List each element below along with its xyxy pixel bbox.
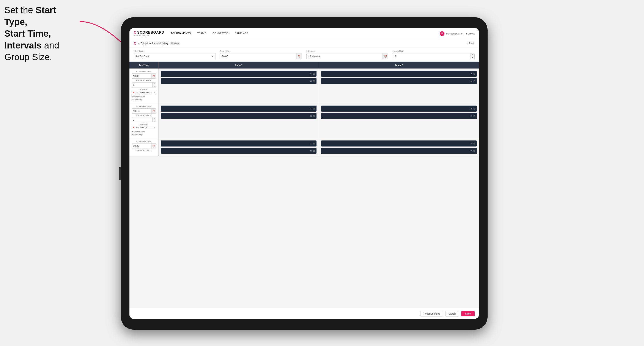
course-flag-2: 🚩 (133, 127, 135, 129)
cancel-button[interactable]: Cancel (445, 311, 459, 317)
hole-input-1[interactable]: 1 ▲ ▼ (132, 82, 156, 87)
col-tee-time: Tee Time (130, 62, 158, 68)
player-slot-4-1[interactable]: ✕ ⊞ (321, 106, 477, 112)
close-icon-1-2[interactable]: ✕ (310, 80, 312, 82)
course-remove-2[interactable]: ✕ (154, 127, 155, 129)
player-slot-4-2[interactable]: ✕ ⊞ (321, 113, 477, 119)
intervals-input[interactable] (306, 53, 382, 59)
schedule-scroll-area[interactable]: STARTING TIME: 10:00 ⏰ STARTING HOLE: 1 … (130, 68, 479, 308)
team2-col-1: ✕ ⊞ ✕ ⊞ (319, 68, 479, 103)
hole-stepper-1: ▲ ▼ (152, 82, 156, 87)
reset-changes-button[interactable]: Reset Changes (420, 311, 443, 317)
group-size-input[interactable] (393, 53, 470, 59)
expand-icon-2-1[interactable]: ⊞ (473, 73, 475, 75)
expand-icon-6-2[interactable]: ⊞ (473, 150, 475, 152)
close-icon-3-2[interactable]: ✕ (310, 115, 312, 117)
teams-col-2: ✕ ⊞ ✕ ⊞ ✕ ⊞ ✕ (158, 103, 479, 138)
tee-clock-2: ⏰ (151, 109, 156, 113)
group-size-down[interactable]: ▼ (471, 56, 474, 59)
start-time-label: Start Time (220, 50, 302, 52)
save-button[interactable]: Save (461, 311, 475, 316)
start-type-group: Start Type 1st Tee Start (134, 50, 216, 59)
nav-rankings[interactable]: RANKINGS (234, 31, 248, 36)
tee-time-input-2[interactable]: 10:10 ⏰ (132, 108, 156, 114)
tee-time-value-2: 10:10 (132, 110, 151, 112)
player-slot-5-2[interactable]: ✕ ⊞ (161, 148, 316, 154)
table-header: Tee Time Team 1 Team 2 (130, 62, 479, 68)
breadcrumb-bar: C › Clippd Invitational (Mar) Hosting < … (130, 39, 479, 48)
start-time-group: Start Time ⏰ (220, 50, 302, 59)
player-slot-3-2[interactable]: ✕ ⊞ (161, 113, 316, 119)
player-slot-1-1[interactable]: ✕ ⊞ (161, 71, 316, 77)
expand-icon-1-1[interactable]: ⊞ (313, 73, 315, 75)
hole-up-2[interactable]: ▲ (152, 117, 156, 120)
close-icon-4-1[interactable]: ✕ (470, 108, 472, 110)
group-size-up[interactable]: ▲ (471, 53, 474, 56)
team1-col-3: ✕ ⊞ ✕ ⊞ (158, 138, 319, 156)
player-slot-6-1[interactable]: ✕ ⊞ (321, 141, 477, 147)
course-actions-1: Remove Group + Add Group (132, 95, 156, 101)
add-group-btn-2[interactable]: + Add Group (132, 133, 156, 136)
tee-col-2: STARTING TIME: 10:10 ⏰ STARTING HOLE: 1 … (130, 103, 158, 138)
expand-icon-2-2[interactable]: ⊞ (473, 80, 475, 82)
course-tag-2: 🚩 East Lake GC ✕ (132, 126, 156, 129)
player-slot-6-2[interactable]: ✕ ⊞ (321, 148, 477, 154)
player-slot-1-2[interactable]: ✕ ⊞ (161, 78, 316, 84)
close-icon-4-2[interactable]: ✕ (470, 115, 472, 117)
player-slot-2-2[interactable]: ✕ ⊞ (321, 78, 477, 84)
tee-clock-1: ⏰ (151, 74, 156, 78)
breadcrumb-tournament[interactable]: Clippd Invitational (Mar) (141, 42, 168, 45)
starting-time-label-3: STARTING TIME: (132, 141, 156, 142)
course-remove-1[interactable]: ✕ (154, 92, 155, 94)
logo: C SCOREBOARD Powered by clipp.io (134, 31, 164, 36)
expand-icon-4-2[interactable]: ⊞ (473, 115, 475, 117)
close-icon-3-1[interactable]: ✕ (310, 108, 312, 110)
close-icon-2-1[interactable]: ✕ (470, 73, 472, 75)
sign-out-link[interactable]: Sign out (466, 32, 475, 35)
nav-teams[interactable]: TEAMS (197, 31, 206, 36)
hole-down-1[interactable]: ▼ (152, 85, 156, 87)
close-icon-5-2[interactable]: ✕ (310, 150, 312, 152)
back-button[interactable]: < Back (467, 42, 475, 45)
player-slot-2-1[interactable]: ✕ ⊞ (321, 71, 477, 77)
player-slot-5-1[interactable]: ✕ ⊞ (161, 141, 316, 147)
hole-down-2[interactable]: ▼ (152, 120, 156, 122)
team2-col-2: ✕ ⊞ ✕ ⊞ (319, 103, 479, 138)
nav-tournaments[interactable]: TOURNAMENTS (171, 31, 191, 36)
close-icon-5-1[interactable]: ✕ (310, 142, 312, 145)
close-icon-6-1[interactable]: ✕ (470, 142, 472, 145)
close-icon-2-2[interactable]: ✕ (470, 80, 472, 82)
add-group-btn-1[interactable]: + Add Group (132, 98, 156, 101)
hole-up-1[interactable]: ▲ (152, 82, 156, 85)
expand-icon-1-2[interactable]: ⊞ (313, 80, 315, 82)
hole-value-2: 1 (132, 119, 152, 121)
expand-icon-5-2[interactable]: ⊞ (313, 150, 315, 152)
col-team1: Team 1 (158, 62, 319, 68)
footer-bar: Reset Changes Cancel Save (130, 308, 479, 319)
nav-committee[interactable]: COMMITTEE (212, 31, 228, 36)
breadcrumb-separator: › (138, 42, 139, 45)
remove-group-btn-2[interactable]: Remove Group (132, 130, 156, 133)
starting-hole-label-2: STARTING HOLE: (132, 114, 156, 116)
expand-icon-3-2[interactable]: ⊞ (313, 115, 315, 117)
expand-icon-6-1[interactable]: ⊞ (473, 142, 475, 145)
tee-time-input-3[interactable]: 10:20 ⏰ (132, 143, 156, 149)
start-type-select[interactable]: 1st Tee Start (134, 53, 216, 59)
tee-clock-3: ⏰ (151, 144, 156, 148)
close-icon-1-1[interactable]: ✕ (310, 73, 312, 75)
starting-hole-label-1: STARTING HOLE: (132, 79, 156, 81)
course-section-1: COURSE: 🚩 (A) Peachtree GC ✕ Remove Grou… (132, 88, 156, 101)
remove-group-btn-1[interactable]: Remove Group (132, 95, 156, 98)
player-slot-3-1[interactable]: ✕ ⊞ (161, 106, 316, 112)
team1-col-2: ✕ ⊞ ✕ ⊞ (158, 103, 319, 138)
course-tag-1: 🚩 (A) Peachtree GC ✕ (132, 91, 156, 94)
nav-user-area: B blair@clippd.io | Sign out (440, 31, 475, 36)
close-icon-6-2[interactable]: ✕ (470, 150, 472, 152)
tee-time-input-1[interactable]: 10:00 ⏰ (132, 73, 156, 79)
expand-icon-3-1[interactable]: ⊞ (313, 108, 315, 110)
hole-input-2[interactable]: 1 ▲ ▼ (132, 117, 156, 122)
start-time-input[interactable] (220, 53, 296, 59)
expand-icon-5-1[interactable]: ⊞ (313, 142, 315, 145)
expand-icon-4-1[interactable]: ⊞ (473, 108, 475, 110)
logo-scoreboard: SCOREBOARD (137, 31, 164, 34)
